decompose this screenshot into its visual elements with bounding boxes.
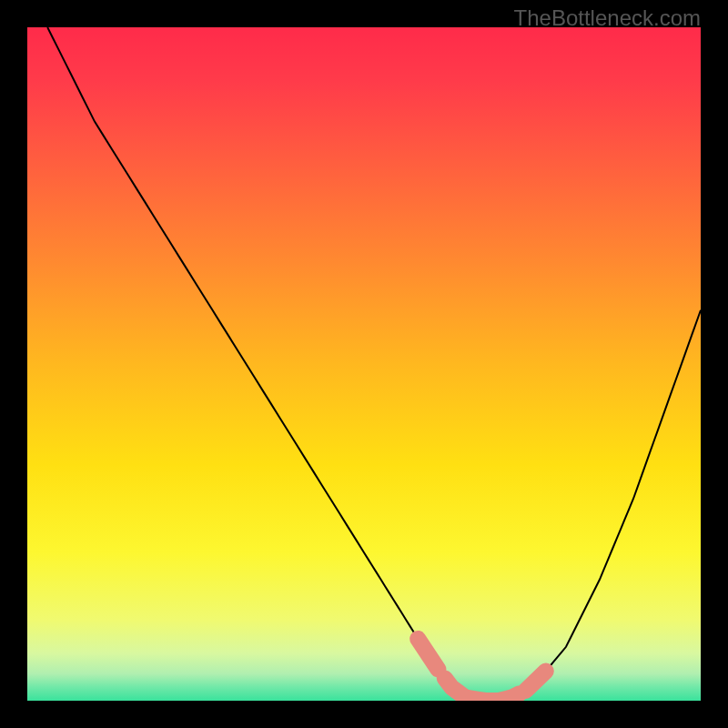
plot-area — [27, 27, 701, 701]
bottleneck-curve — [47, 27, 701, 701]
watermark-text: TheBottleneck.com — [514, 5, 701, 31]
chart-container: TheBottleneck.com — [0, 0, 728, 728]
optimal-zone-marker — [418, 639, 546, 701]
chart-svg — [27, 27, 701, 701]
